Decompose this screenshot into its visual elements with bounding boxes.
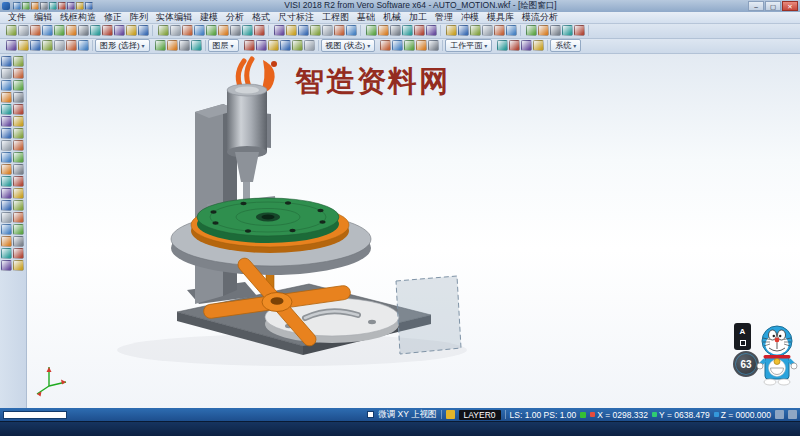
toolbar-icon[interactable] xyxy=(446,25,457,36)
toolbar-icon[interactable] xyxy=(6,25,17,36)
menu-item-模具库[interactable]: 模具库 xyxy=(483,11,518,24)
toolbar-icon[interactable] xyxy=(1,188,12,199)
toolbar-icon[interactable] xyxy=(256,40,267,51)
toolbar-icon[interactable] xyxy=(1,212,12,223)
cad-scene[interactable]: 智造资料网 xyxy=(27,54,800,408)
menu-item-编辑[interactable]: 编辑 xyxy=(30,11,56,24)
toolbar-icon[interactable] xyxy=(67,2,75,10)
layer-icon[interactable] xyxy=(446,410,455,419)
toolbar-icon[interactable] xyxy=(1,80,12,91)
toolbar-icon[interactable] xyxy=(90,25,101,36)
toolbar-icon[interactable] xyxy=(404,40,415,51)
toolbar-icon[interactable] xyxy=(274,25,285,36)
toolbar-icon[interactable] xyxy=(54,40,65,51)
toolbar-icon[interactable] xyxy=(18,25,29,36)
toolbar-icon[interactable] xyxy=(40,2,48,10)
menu-item-实体编辑[interactable]: 实体编辑 xyxy=(152,11,196,24)
menu-item-尺寸标注[interactable]: 尺寸标注 xyxy=(274,11,318,24)
toolbar-icon[interactable] xyxy=(155,40,166,51)
toolbar-icon[interactable] xyxy=(1,236,12,247)
menu-item-冲模[interactable]: 冲模 xyxy=(457,11,483,24)
toolbar-icon[interactable] xyxy=(366,25,377,36)
toolbar-icon[interactable] xyxy=(13,260,24,271)
toolbar-dropdown-图形 (选择)[interactable]: 图形 (选择)▾ xyxy=(95,39,150,52)
toolbar-icon[interactable] xyxy=(470,25,481,36)
status-extra-icon[interactable] xyxy=(775,410,784,419)
green-disc[interactable] xyxy=(197,198,339,243)
toolbar-icon[interactable] xyxy=(194,25,205,36)
toolbar-icon[interactable] xyxy=(66,25,77,36)
toolbar-icon[interactable] xyxy=(1,128,12,139)
toolbar-icon[interactable] xyxy=(1,176,12,187)
toolbar-icon[interactable] xyxy=(54,25,65,36)
toolbar-icon[interactable] xyxy=(402,25,413,36)
toolbar-icon[interactable] xyxy=(138,25,149,36)
toolbar-icon[interactable] xyxy=(1,164,12,175)
toolbar-icon[interactable] xyxy=(526,25,537,36)
menu-item-修正[interactable]: 修正 xyxy=(100,11,126,24)
toolbar-icon[interactable] xyxy=(390,25,401,36)
toolbar-icon[interactable] xyxy=(102,25,113,36)
toolbar-icon[interactable] xyxy=(414,25,425,36)
toolbar-icon[interactable] xyxy=(6,40,17,51)
toolbar-icon[interactable] xyxy=(1,56,12,67)
toolbar-icon[interactable] xyxy=(13,104,24,115)
toolbar-icon[interactable] xyxy=(13,164,24,175)
toolbar-icon[interactable] xyxy=(428,40,439,51)
toolbar-icon[interactable] xyxy=(182,25,193,36)
toolbar-icon[interactable] xyxy=(13,80,24,91)
toolbar-icon[interactable] xyxy=(482,25,493,36)
menu-item-线框构造[interactable]: 线框构造 xyxy=(56,11,100,24)
toolbar-icon[interactable] xyxy=(1,68,12,79)
toolbar-icon[interactable] xyxy=(1,140,12,151)
toolbar-icon[interactable] xyxy=(13,188,24,199)
close-button[interactable]: ✕ xyxy=(782,1,798,11)
toolbar-icon[interactable] xyxy=(280,40,291,51)
toolbar-icon[interactable] xyxy=(78,40,89,51)
toolbar-icon[interactable] xyxy=(562,25,573,36)
toolbar-icon[interactable] xyxy=(18,40,29,51)
menu-item-建模[interactable]: 建模 xyxy=(196,11,222,24)
toolbar-icon[interactable] xyxy=(13,200,24,211)
snap-status-icon[interactable] xyxy=(580,412,586,418)
toolbar-icon[interactable] xyxy=(170,25,181,36)
toolbar-icon[interactable] xyxy=(304,40,315,51)
status-extra-icon[interactable] xyxy=(788,410,797,419)
toolbar-icon[interactable] xyxy=(254,25,265,36)
toolbar-icon[interactable] xyxy=(574,25,585,36)
toolbar-icon[interactable] xyxy=(85,2,93,10)
toolbar-icon[interactable] xyxy=(13,152,24,163)
toolbar-icon[interactable] xyxy=(310,25,321,36)
toolbar-icon[interactable] xyxy=(30,40,41,51)
toolbar-icon[interactable] xyxy=(42,40,53,51)
toolbar-icon[interactable] xyxy=(550,25,561,36)
toolbar-icon[interactable] xyxy=(509,40,520,51)
command-input[interactable] xyxy=(3,411,67,419)
toolbar-icon[interactable] xyxy=(298,25,309,36)
toolbar-dropdown-工作平面[interactable]: 工作平面▾ xyxy=(445,39,492,52)
annotation-shape-tool[interactable] xyxy=(740,340,746,346)
minimize-button[interactable]: – xyxy=(748,1,764,11)
viewport-3d[interactable]: 智造资料网 xyxy=(27,54,800,408)
toolbar-icon[interactable] xyxy=(13,212,24,223)
toolbar-icon[interactable] xyxy=(13,92,24,103)
toolbar-icon[interactable] xyxy=(58,2,66,10)
toolbar-icon[interactable] xyxy=(13,68,24,79)
toolbar-icon[interactable] xyxy=(13,236,24,247)
toolbar-icon[interactable] xyxy=(13,56,24,67)
toolbar-icon[interactable] xyxy=(426,25,437,36)
toolbar-icon[interactable] xyxy=(268,40,279,51)
fine-tune-checkbox[interactable] xyxy=(367,411,374,418)
toolbar-icon[interactable] xyxy=(13,248,24,259)
toolbar-icon[interactable] xyxy=(1,200,12,211)
toolbar-dropdown-系统[interactable]: 系统▾ xyxy=(550,39,581,52)
toolbar-icon[interactable] xyxy=(322,25,333,36)
toolbar-icon[interactable] xyxy=(30,25,41,36)
toolbar-icon[interactable] xyxy=(206,25,217,36)
toolbar-icon[interactable] xyxy=(1,104,12,115)
toolbar-icon[interactable] xyxy=(416,40,427,51)
menu-item-文件[interactable]: 文件 xyxy=(4,11,30,24)
toolbar-icon[interactable] xyxy=(521,40,532,51)
toolbar-icon[interactable] xyxy=(494,25,505,36)
annotation-text-tool[interactable]: A xyxy=(740,327,746,336)
